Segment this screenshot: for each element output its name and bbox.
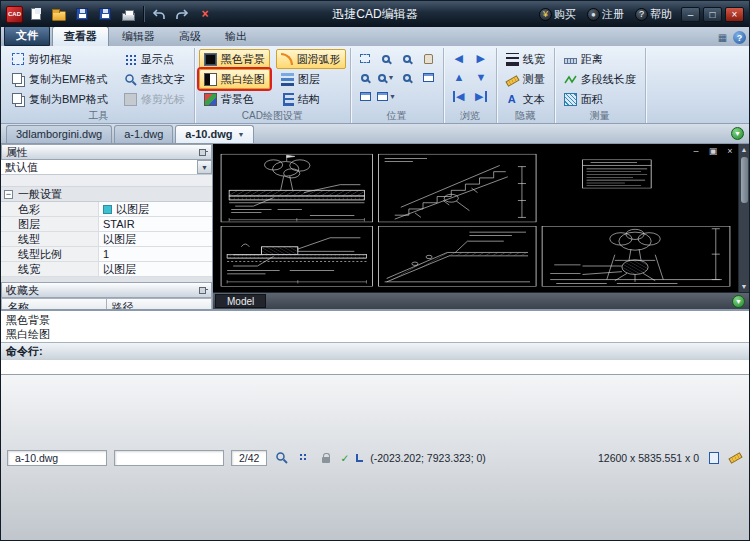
properties-title: 属性 — [6, 145, 28, 160]
tab-file[interactable]: 文件 — [4, 25, 50, 46]
tab-editor[interactable]: 编辑器 — [111, 27, 166, 46]
doc-tab-a10[interactable]: a-10.dwg▼ — [175, 125, 254, 143]
scroll-thumb[interactable] — [741, 157, 748, 203]
zoom-in-button[interactable] — [376, 49, 397, 68]
minimize-button[interactable]: – — [681, 7, 700, 22]
measure-area-button[interactable]: 面积 — [559, 89, 641, 109]
zoom-scale-button[interactable]: ▼ — [376, 68, 397, 87]
property-row-color[interactable]: 色彩 以图层 — [1, 202, 212, 217]
mdi-restore-button[interactable]: ▣ — [707, 146, 719, 156]
smooth-arc-button[interactable]: 圆滑弧形 — [276, 49, 346, 69]
browse-down-button[interactable]: ▼ — [470, 68, 492, 87]
collapse-icon[interactable]: − — [4, 190, 13, 199]
property-row-lineweight[interactable]: 线宽 以图层 — [1, 262, 212, 277]
properties-scope-combobox[interactable]: 默认值 ▼ — [1, 160, 212, 175]
close-button[interactable]: × — [725, 7, 744, 22]
hide-line-width-label: 线宽 — [523, 52, 545, 67]
buy-button[interactable]: ¥ 购买 — [537, 4, 582, 24]
new-file-button[interactable] — [26, 4, 46, 24]
view-button[interactable] — [355, 87, 376, 106]
background-color-button[interactable]: 背景色 — [199, 90, 270, 110]
command-input[interactable] — [1, 360, 749, 374]
hide-text-button[interactable]: 文本 — [501, 89, 550, 109]
tab-viewer[interactable]: 查看器 — [52, 26, 109, 46]
trim-cursor-button[interactable]: 修剪光标 — [119, 90, 190, 110]
doc-tab-a1[interactable]: a-1.dwg — [114, 125, 173, 143]
browse-up-button[interactable]: ▲ — [448, 68, 470, 87]
undo-button[interactable] — [149, 4, 169, 24]
title-bar: 迅捷CAD编辑器 CAD × ¥ 购买 ● 注册 ? 帮助 — [1, 1, 749, 27]
zoom-frame-button[interactable] — [355, 49, 376, 68]
canvas-viewport[interactable]: – ▣ × — [213, 144, 749, 292]
command-input-row[interactable] — [1, 359, 749, 374]
pan-button[interactable] — [418, 49, 439, 68]
structure-button[interactable]: 结构 — [276, 90, 346, 110]
browse-right-button[interactable]: ▶ — [470, 49, 492, 68]
maximize-button[interactable]: □ — [703, 7, 722, 22]
style-grid-icon[interactable]: ▦ — [716, 31, 729, 44]
open-file-button[interactable] — [49, 4, 69, 24]
favorites-panel-header: 收藏夹 — [1, 282, 212, 298]
model-tab[interactable]: Model — [215, 294, 266, 308]
status-zoom-icon[interactable] — [274, 450, 289, 465]
help-button[interactable]: ? 帮助 — [633, 4, 678, 24]
status-lock-icon[interactable] — [318, 450, 333, 465]
tab-list-button[interactable]: ▼ — [731, 127, 744, 140]
mdi-close-button[interactable]: × — [724, 146, 736, 156]
background-color-label: 背景色 — [221, 92, 254, 107]
zoom-previous-button[interactable] — [397, 68, 418, 87]
property-label: 线型 — [1, 232, 99, 246]
command-history[interactable]: 黑色背景 黑白绘图 — [1, 309, 749, 342]
canvas-vertical-scrollbar[interactable]: ▲ ▼ — [738, 144, 749, 292]
scroll-up-icon[interactable]: ▲ — [741, 144, 748, 155]
view-list-button[interactable]: ▼ — [376, 87, 397, 106]
smooth-arc-icon — [281, 53, 293, 65]
combo-dropdown-icon[interactable]: ▼ — [197, 160, 212, 174]
status-grid-icon[interactable] — [296, 450, 311, 465]
zoom-out-button[interactable] — [397, 49, 418, 68]
black-background-button[interactable]: 黑色背景 — [199, 49, 270, 69]
doc-tab-3dlamborgini[interactable]: 3dlamborgini.dwg — [6, 125, 112, 143]
hide-measure-button[interactable]: 测量 — [501, 69, 550, 89]
zoom-window-button[interactable] — [355, 68, 376, 87]
browse-first-button[interactable]: ◀ — [448, 87, 470, 106]
measure-polyline-button[interactable]: 多段线长度 — [559, 69, 641, 89]
zoom-extents-button[interactable] — [418, 68, 439, 87]
print-button[interactable] — [118, 4, 138, 24]
pin-icon[interactable] — [199, 286, 207, 294]
copy-bmp-button[interactable]: 复制为BMP格式 — [7, 90, 113, 110]
scroll-down-icon[interactable]: ▼ — [741, 281, 748, 292]
properties-group-header[interactable]: − 一般设置 — [1, 187, 212, 202]
save-as-button[interactable] — [95, 4, 115, 24]
status-ruler-icon[interactable] — [728, 450, 743, 465]
copy-bmp-label: 复制为BMP格式 — [29, 92, 108, 107]
save-button[interactable] — [72, 4, 92, 24]
close-document-button[interactable]: × — [195, 4, 215, 24]
copy-emf-button[interactable]: 复制为EMF格式 — [7, 69, 113, 89]
doc-tab-dropdown-icon[interactable]: ▼ — [237, 131, 244, 138]
pin-icon[interactable] — [199, 148, 207, 156]
property-row-layer[interactable]: 图层 STAIR — [1, 217, 212, 232]
black-white-drawing-button[interactable]: 黑白绘图 — [199, 69, 270, 89]
property-row-linetype[interactable]: 线型 以图层 — [1, 232, 212, 247]
drawing-canvas[interactable]: – ▣ × — [213, 144, 749, 309]
layers-button[interactable]: 图层 — [276, 69, 346, 89]
browse-left-button[interactable]: ◀ — [448, 49, 470, 68]
tab-advanced[interactable]: 高级 — [168, 27, 212, 46]
mdi-minimize-button[interactable]: – — [690, 146, 702, 156]
hide-line-width-button[interactable]: 线宽 — [501, 49, 550, 69]
black-background-icon — [204, 53, 217, 66]
browse-last-button[interactable]: ▶ — [470, 87, 492, 106]
ribbon-help-icon[interactable]: ? — [733, 31, 746, 44]
property-row-linetype-scale[interactable]: 线型比例 1 — [1, 247, 212, 262]
redo-button[interactable] — [172, 4, 192, 24]
layout-list-button[interactable]: ▼ — [732, 295, 745, 308]
show-points-button[interactable]: 显示点 — [119, 49, 190, 69]
status-doc-icon[interactable] — [706, 450, 721, 465]
register-button[interactable]: ● 注册 — [585, 4, 630, 24]
tab-output[interactable]: 输出 — [214, 27, 258, 46]
clip-frame-button[interactable]: 剪切框架 — [7, 49, 113, 69]
new-file-icon — [31, 8, 41, 20]
find-text-button[interactable]: 查找文字 — [119, 69, 190, 89]
measure-distance-button[interactable]: 距离 — [559, 49, 641, 69]
